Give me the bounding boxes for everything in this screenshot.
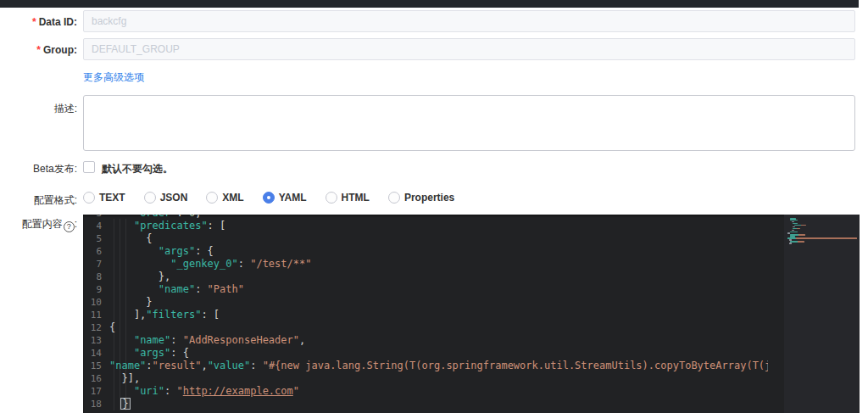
editor-minimap[interactable] bbox=[784, 215, 860, 413]
description-label: 描述: bbox=[0, 102, 77, 116]
minimap-bars bbox=[784, 218, 860, 244]
line-number: 17 bbox=[83, 385, 102, 398]
minimap-line-mark bbox=[792, 230, 794, 232]
line-number: 10 bbox=[83, 296, 102, 309]
line-number: 7 bbox=[83, 258, 102, 271]
help-icon[interactable]: ? bbox=[64, 221, 75, 232]
config-content-editor[interactable]: 3 "order": 0,4 "predicates": [5 {6 "args… bbox=[83, 215, 860, 413]
beta-checkbox[interactable] bbox=[83, 161, 95, 173]
line-number: 11 bbox=[83, 309, 102, 321]
code-token: "_genkey_0" bbox=[170, 258, 237, 270]
code-token: , bbox=[299, 334, 305, 346]
description-label-text: 描述: bbox=[54, 103, 77, 114]
format-option-YAML[interactable]: YAML bbox=[263, 192, 307, 204]
editor-line: 18 } bbox=[83, 398, 768, 410]
line-number: 15 bbox=[83, 360, 102, 372]
code-token bbox=[109, 245, 159, 257]
code-token bbox=[109, 258, 170, 270]
radio-option-label: TEXT bbox=[99, 192, 125, 204]
data-id-input[interactable] bbox=[83, 10, 855, 32]
editor-cursor: } bbox=[120, 398, 130, 410]
editor-line: 10 } bbox=[83, 296, 768, 309]
radio-option-label: XML bbox=[222, 192, 243, 204]
code-token: }, bbox=[109, 271, 170, 282]
beta-label: Beta发布: bbox=[0, 162, 77, 176]
code-token: : bbox=[238, 258, 250, 270]
format-option-XML[interactable]: XML bbox=[206, 192, 243, 204]
code-token bbox=[109, 398, 121, 410]
radio-icon bbox=[144, 192, 156, 204]
editor-line: 4 "predicates": [ bbox=[83, 220, 768, 232]
beta-label-text: Beta发布: bbox=[33, 163, 77, 175]
code-token: } bbox=[109, 296, 153, 308]
line-number: 8 bbox=[83, 271, 102, 283]
beta-checkbox-hint: 默认不要勾选。 bbox=[102, 162, 173, 176]
code-token: "args" bbox=[159, 245, 195, 257]
advanced-options-link[interactable]: 更多高级选项 bbox=[83, 70, 144, 85]
radio-option-label: YAML bbox=[279, 192, 307, 204]
code-token bbox=[109, 347, 134, 359]
format-option-JSON[interactable]: JSON bbox=[144, 192, 188, 204]
code-token: : bbox=[195, 283, 207, 295]
editor-line: 12{ bbox=[83, 321, 768, 334]
description-textarea[interactable] bbox=[83, 95, 855, 151]
line-number: 4 bbox=[83, 220, 102, 232]
minimap-line-mark bbox=[793, 228, 800, 230]
radio-option-label: Properties bbox=[404, 192, 454, 204]
group-label: *Group: bbox=[0, 44, 77, 56]
code-token bbox=[109, 385, 134, 397]
group-label-text: Group: bbox=[43, 44, 77, 56]
line-number: 6 bbox=[83, 245, 102, 258]
code-token: ], bbox=[109, 309, 146, 321]
code-token bbox=[109, 334, 134, 346]
code-token: : bbox=[146, 360, 152, 371]
line-number: 5 bbox=[83, 232, 102, 245]
code-token: "uri" bbox=[134, 385, 164, 397]
radio-option-label: JSON bbox=[160, 192, 188, 204]
editor-line: 17 "uri": "http://example.com" bbox=[83, 385, 768, 398]
code-token: "filters" bbox=[146, 309, 201, 321]
code-token: "AddResponseHeader" bbox=[183, 334, 299, 346]
format-label-text: 配置格式: bbox=[34, 194, 77, 206]
code-token: : bbox=[176, 215, 188, 219]
code-link[interactable]: http://example.com bbox=[183, 385, 293, 397]
code-token: : bbox=[250, 360, 262, 371]
format-option-TEXT[interactable]: TEXT bbox=[83, 192, 125, 204]
radio-icon bbox=[83, 192, 95, 204]
code-token: "#{new java.lang.String(T(org.springfram… bbox=[263, 360, 768, 371]
format-option-Properties[interactable]: Properties bbox=[388, 192, 454, 204]
code-token: { bbox=[109, 232, 153, 244]
radio-icon bbox=[388, 192, 400, 204]
content-label: 配置内容?: bbox=[0, 217, 77, 232]
minimap-line-mark bbox=[790, 241, 804, 243]
code-token: : bbox=[170, 334, 182, 346]
editor-line: 16 }], bbox=[83, 372, 768, 385]
code-token: "name" bbox=[109, 360, 146, 371]
format-option-HTML[interactable]: HTML bbox=[326, 192, 370, 204]
editor-line: 8 }, bbox=[83, 271, 768, 283]
editor-line: 9 "name": "Path" bbox=[83, 283, 768, 296]
code-token: { bbox=[109, 321, 115, 333]
minimap-line-mark bbox=[789, 243, 792, 244]
code-token: }], bbox=[109, 372, 140, 384]
code-token: : [ bbox=[208, 220, 226, 232]
minimap-line-mark bbox=[790, 232, 798, 233]
editor-line: 13 "name": "AddResponseHeader", bbox=[83, 334, 768, 347]
required-asterisk: * bbox=[32, 16, 36, 28]
code-token bbox=[109, 215, 134, 219]
line-number: 12 bbox=[83, 321, 102, 334]
code-token: "args" bbox=[134, 347, 170, 359]
line-number: 16 bbox=[83, 372, 102, 385]
group-input[interactable] bbox=[83, 38, 855, 60]
format-label: 配置格式: bbox=[0, 193, 77, 208]
code-token: " bbox=[293, 385, 299, 397]
radio-option-label: HTML bbox=[342, 192, 370, 204]
editor-line: 7 "_genkey_0": "/test/**" bbox=[83, 258, 768, 271]
code-token: , bbox=[195, 215, 201, 219]
code-token: : bbox=[164, 385, 176, 397]
line-number: 13 bbox=[83, 334, 102, 347]
code-token: "Path" bbox=[208, 283, 244, 295]
code-token: "name" bbox=[159, 283, 195, 295]
line-number: 9 bbox=[83, 283, 102, 296]
minimap-line-mark bbox=[794, 225, 806, 226]
